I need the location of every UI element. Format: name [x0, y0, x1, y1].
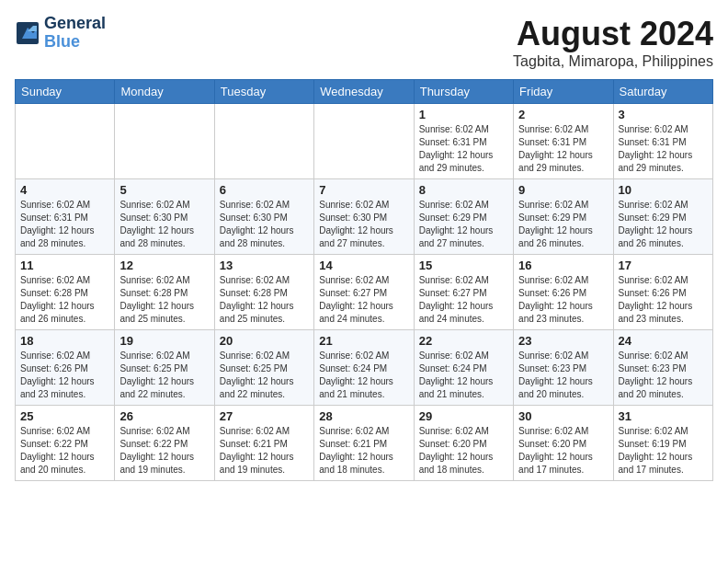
day-number: 13 [220, 259, 309, 272]
calendar-cell: 25Sunrise: 6:02 AM Sunset: 6:22 PM Dayli… [16, 406, 115, 481]
day-info: Sunrise: 6:02 AM Sunset: 6:22 PM Dayligh… [20, 425, 109, 477]
calendar-cell: 21Sunrise: 6:02 AM Sunset: 6:24 PM Dayli… [314, 330, 414, 406]
calendar-week-3: 11Sunrise: 6:02 AM Sunset: 6:28 PM Dayli… [16, 255, 713, 330]
day-number: 11 [20, 259, 109, 272]
calendar-cell: 9Sunrise: 6:02 AM Sunset: 6:29 PM Daylig… [514, 179, 613, 255]
calendar-cell: 31Sunrise: 6:02 AM Sunset: 6:19 PM Dayli… [613, 406, 712, 481]
calendar-cell: 4Sunrise: 6:02 AM Sunset: 6:31 PM Daylig… [16, 179, 115, 255]
day-number: 4 [20, 183, 109, 197]
calendar-cell: 8Sunrise: 6:02 AM Sunset: 6:29 PM Daylig… [414, 179, 513, 255]
day-number: 6 [220, 183, 309, 197]
calendar-cell: 2Sunrise: 6:02 AM Sunset: 6:31 PM Daylig… [514, 104, 613, 179]
calendar-cell: 26Sunrise: 6:02 AM Sunset: 6:22 PM Dayli… [115, 406, 214, 481]
calendar-cell: 19Sunrise: 6:02 AM Sunset: 6:25 PM Dayli… [115, 330, 214, 406]
day-number: 1 [419, 108, 508, 121]
day-info: Sunrise: 6:02 AM Sunset: 6:21 PM Dayligh… [220, 425, 309, 477]
day-info: Sunrise: 6:02 AM Sunset: 6:22 PM Dayligh… [119, 425, 209, 477]
day-info: Sunrise: 6:02 AM Sunset: 6:31 PM Dayligh… [518, 123, 608, 175]
day-number: 12 [119, 259, 209, 272]
title-section: August 2024 Tagbita, Mimaropa, Philippin… [513, 15, 713, 70]
day-number: 30 [518, 409, 608, 423]
day-number: 31 [619, 409, 708, 423]
weekday-header-sunday: Sunday [16, 80, 115, 104]
calendar-cell: 15Sunrise: 6:02 AM Sunset: 6:27 PM Dayli… [414, 255, 513, 330]
calendar-week-5: 25Sunrise: 6:02 AM Sunset: 6:22 PM Dayli… [16, 406, 713, 481]
day-info: Sunrise: 6:02 AM Sunset: 6:25 PM Dayligh… [119, 350, 209, 401]
location: Tagbita, Mimaropa, Philippines [513, 53, 713, 70]
calendar-cell: 16Sunrise: 6:02 AM Sunset: 6:26 PM Dayli… [514, 255, 613, 330]
calendar-cell: 18Sunrise: 6:02 AM Sunset: 6:26 PM Dayli… [16, 330, 115, 406]
day-info: Sunrise: 6:02 AM Sunset: 6:28 PM Dayligh… [20, 274, 109, 326]
calendar-cell: 14Sunrise: 6:02 AM Sunset: 6:27 PM Dayli… [314, 255, 414, 330]
page-header: General Blue August 2024 Tagbita, Mimaro… [15, 15, 713, 70]
month-year: August 2024 [513, 15, 713, 53]
day-number: 27 [220, 409, 309, 423]
day-info: Sunrise: 6:02 AM Sunset: 6:23 PM Dayligh… [518, 350, 608, 401]
calendar-cell: 6Sunrise: 6:02 AM Sunset: 6:30 PM Daylig… [214, 179, 313, 255]
day-info: Sunrise: 6:02 AM Sunset: 6:28 PM Dayligh… [220, 274, 309, 326]
calendar-week-1: 1Sunrise: 6:02 AM Sunset: 6:31 PM Daylig… [16, 104, 713, 179]
day-info: Sunrise: 6:02 AM Sunset: 6:20 PM Dayligh… [419, 425, 508, 477]
day-number: 10 [619, 183, 708, 197]
day-number: 3 [619, 108, 708, 121]
calendar-body: 1Sunrise: 6:02 AM Sunset: 6:31 PM Daylig… [16, 104, 713, 481]
day-number: 25 [20, 409, 109, 423]
calendar-cell: 11Sunrise: 6:02 AM Sunset: 6:28 PM Dayli… [16, 255, 115, 330]
calendar-cell: 7Sunrise: 6:02 AM Sunset: 6:30 PM Daylig… [314, 179, 414, 255]
calendar-cell: 27Sunrise: 6:02 AM Sunset: 6:21 PM Dayli… [214, 406, 313, 481]
day-info: Sunrise: 6:02 AM Sunset: 6:27 PM Dayligh… [419, 274, 508, 326]
calendar-cell: 28Sunrise: 6:02 AM Sunset: 6:21 PM Dayli… [314, 406, 414, 481]
day-info: Sunrise: 6:02 AM Sunset: 6:30 PM Dayligh… [119, 199, 209, 250]
calendar-cell: 5Sunrise: 6:02 AM Sunset: 6:30 PM Daylig… [115, 179, 214, 255]
day-info: Sunrise: 6:02 AM Sunset: 6:24 PM Dayligh… [319, 350, 408, 401]
calendar-cell: 30Sunrise: 6:02 AM Sunset: 6:20 PM Dayli… [514, 406, 613, 481]
day-number: 14 [319, 259, 408, 272]
day-number: 24 [619, 334, 708, 348]
calendar-cell: 12Sunrise: 6:02 AM Sunset: 6:28 PM Dayli… [115, 255, 214, 330]
day-number: 18 [20, 334, 109, 348]
calendar-cell [214, 104, 313, 179]
calendar-cell: 22Sunrise: 6:02 AM Sunset: 6:24 PM Dayli… [414, 330, 513, 406]
day-info: Sunrise: 6:02 AM Sunset: 6:26 PM Dayligh… [20, 350, 109, 401]
day-info: Sunrise: 6:02 AM Sunset: 6:26 PM Dayligh… [518, 274, 608, 326]
logo-icon [15, 20, 40, 46]
logo: General Blue [15, 15, 106, 52]
day-info: Sunrise: 6:02 AM Sunset: 6:30 PM Dayligh… [220, 199, 309, 250]
day-number: 8 [419, 183, 508, 197]
day-info: Sunrise: 6:02 AM Sunset: 6:29 PM Dayligh… [619, 199, 708, 250]
logo-line1: General [44, 15, 106, 33]
calendar-cell: 17Sunrise: 6:02 AM Sunset: 6:26 PM Dayli… [613, 255, 712, 330]
day-info: Sunrise: 6:02 AM Sunset: 6:25 PM Dayligh… [220, 350, 309, 401]
calendar-table: SundayMondayTuesdayWednesdayThursdayFrid… [15, 79, 713, 481]
calendar-cell: 1Sunrise: 6:02 AM Sunset: 6:31 PM Daylig… [414, 104, 513, 179]
weekday-header-monday: Monday [115, 80, 214, 104]
weekday-header-thursday: Thursday [414, 80, 513, 104]
day-info: Sunrise: 6:02 AM Sunset: 6:31 PM Dayligh… [619, 123, 708, 175]
calendar-cell: 13Sunrise: 6:02 AM Sunset: 6:28 PM Dayli… [214, 255, 313, 330]
logo-line2: Blue [44, 33, 106, 52]
day-info: Sunrise: 6:02 AM Sunset: 6:29 PM Dayligh… [518, 199, 608, 250]
day-number: 2 [518, 108, 608, 121]
day-info: Sunrise: 6:02 AM Sunset: 6:21 PM Dayligh… [319, 425, 408, 477]
day-info: Sunrise: 6:02 AM Sunset: 6:23 PM Dayligh… [619, 350, 708, 401]
day-info: Sunrise: 6:02 AM Sunset: 6:20 PM Dayligh… [518, 425, 608, 477]
calendar-cell: 3Sunrise: 6:02 AM Sunset: 6:31 PM Daylig… [613, 104, 712, 179]
calendar-cell: 29Sunrise: 6:02 AM Sunset: 6:20 PM Dayli… [414, 406, 513, 481]
day-info: Sunrise: 6:02 AM Sunset: 6:28 PM Dayligh… [119, 274, 209, 326]
calendar-cell: 10Sunrise: 6:02 AM Sunset: 6:29 PM Dayli… [613, 179, 712, 255]
calendar-cell [314, 104, 414, 179]
day-number: 19 [119, 334, 209, 348]
day-info: Sunrise: 6:02 AM Sunset: 6:19 PM Dayligh… [619, 425, 708, 477]
day-number: 22 [419, 334, 508, 348]
day-number: 29 [419, 409, 508, 423]
day-info: Sunrise: 6:02 AM Sunset: 6:30 PM Dayligh… [319, 199, 408, 250]
day-number: 23 [518, 334, 608, 348]
calendar-cell [115, 104, 214, 179]
weekday-header-wednesday: Wednesday [314, 80, 414, 104]
calendar-cell: 20Sunrise: 6:02 AM Sunset: 6:25 PM Dayli… [214, 330, 313, 406]
weekday-header-friday: Friday [514, 80, 613, 104]
day-info: Sunrise: 6:02 AM Sunset: 6:31 PM Dayligh… [419, 123, 508, 175]
day-number: 9 [518, 183, 608, 197]
day-info: Sunrise: 6:02 AM Sunset: 6:24 PM Dayligh… [419, 350, 508, 401]
day-info: Sunrise: 6:02 AM Sunset: 6:31 PM Dayligh… [20, 199, 109, 250]
